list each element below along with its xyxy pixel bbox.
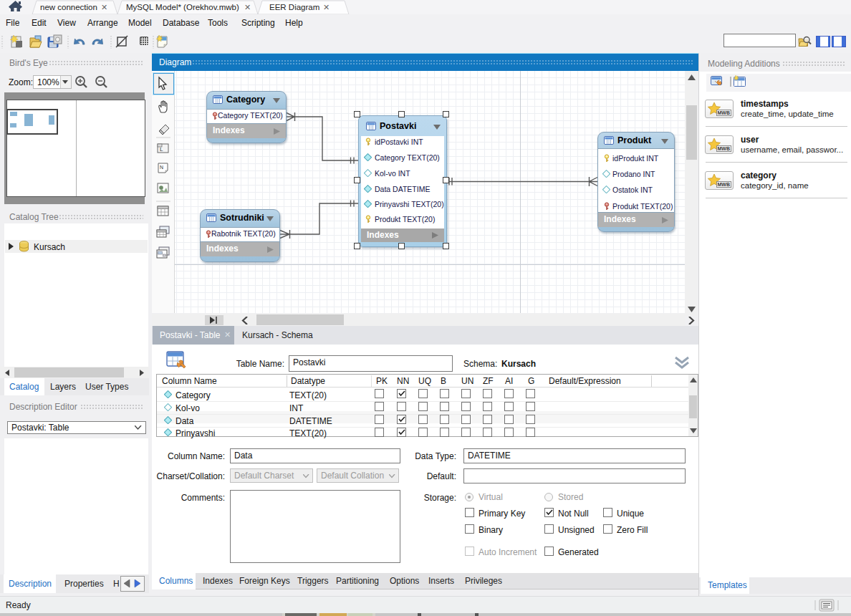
svg-text:L: L	[160, 146, 163, 153]
svg-text:N: N	[160, 165, 163, 170]
